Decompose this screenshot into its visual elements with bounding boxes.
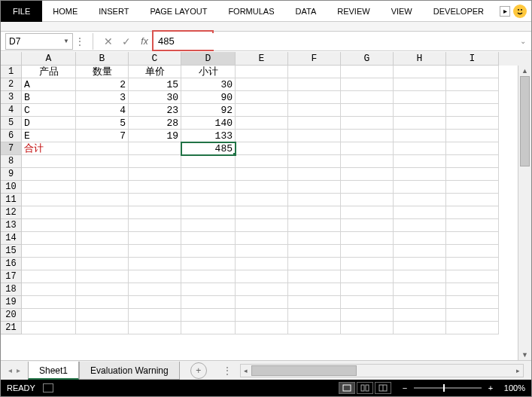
tab-split-handle[interactable]: ⋮ — [222, 365, 233, 377]
cell-I12[interactable] — [446, 206, 499, 219]
cell-H1[interactable] — [394, 66, 446, 78]
cell-G6[interactable] — [341, 130, 394, 142]
cell-I19[interactable] — [446, 296, 499, 309]
row-header[interactable]: 5 — [1, 117, 22, 130]
row-header[interactable]: 14 — [1, 232, 22, 245]
cell-E9[interactable] — [236, 168, 288, 181]
cell-D13[interactable] — [181, 219, 236, 232]
cell-B20[interactable] — [76, 309, 129, 322]
cell-E8[interactable] — [236, 155, 288, 168]
cell-F7[interactable] — [288, 142, 341, 155]
cell-G10[interactable] — [341, 181, 394, 194]
cell-D10[interactable] — [181, 181, 236, 194]
cell-H6[interactable] — [394, 130, 446, 142]
cell-G13[interactable] — [341, 219, 394, 232]
cell-A17[interactable] — [22, 270, 76, 283]
vertical-scrollbar[interactable]: ▲ ▼ — [518, 66, 531, 360]
scroll-up-arrow-icon[interactable]: ▲ — [518, 66, 531, 76]
cell-D14[interactable] — [181, 232, 236, 245]
cell-F20[interactable] — [288, 309, 341, 322]
cell-G1[interactable] — [341, 66, 394, 78]
col-header-h[interactable]: H — [394, 52, 446, 66]
scroll-right-arrow-icon[interactable]: ▸ — [512, 365, 523, 377]
cell-G4[interactable] — [341, 104, 394, 117]
cell-I4[interactable] — [446, 104, 499, 117]
sheet-tab-sheet1[interactable]: Sheet1 — [28, 362, 79, 380]
cell-D5[interactable]: 140 — [181, 117, 236, 130]
cell-D20[interactable] — [181, 309, 236, 322]
select-all-corner[interactable] — [1, 52, 22, 66]
cell-B8[interactable] — [76, 155, 129, 168]
cell-C2[interactable]: 15 — [129, 78, 181, 91]
page-layout-view-button[interactable] — [357, 382, 373, 394]
grid-body[interactable]: 1产品数量单价小计2A215303B330904C423925D5281406E… — [1, 66, 531, 360]
cell-E1[interactable] — [236, 66, 288, 78]
cell-E4[interactable] — [236, 104, 288, 117]
cell-D17[interactable] — [181, 270, 236, 283]
cell-F11[interactable] — [288, 194, 341, 206]
zoom-percent[interactable]: 100% — [504, 383, 525, 392]
cell-F2[interactable] — [288, 78, 341, 91]
cell-E18[interactable] — [236, 283, 288, 296]
cell-A21[interactable] — [22, 322, 76, 334]
col-header-f[interactable]: F — [288, 52, 341, 66]
cell-B11[interactable] — [76, 194, 129, 206]
scroll-left-arrow-icon[interactable]: ◂ — [241, 365, 251, 377]
cell-C6[interactable]: 19 — [129, 130, 181, 142]
cell-I14[interactable] — [446, 232, 499, 245]
cell-B16[interactable] — [76, 258, 129, 270]
cell-H5[interactable] — [394, 117, 446, 130]
ribbon-overflow-button[interactable]: ▸ — [500, 6, 510, 17]
cell-D11[interactable] — [181, 194, 236, 206]
zoom-out-button[interactable]: − — [400, 383, 409, 392]
tab-data[interactable]: DATA — [285, 1, 327, 22]
cell-C21[interactable] — [129, 322, 181, 334]
cell-A1[interactable]: 产品 — [22, 66, 76, 78]
cell-A2[interactable]: A — [22, 78, 76, 91]
cell-F1[interactable] — [288, 66, 341, 78]
cell-E17[interactable] — [236, 270, 288, 283]
tab-home[interactable]: HOME — [42, 1, 88, 22]
cell-C20[interactable] — [129, 309, 181, 322]
cell-H19[interactable] — [394, 296, 446, 309]
cell-B6[interactable]: 7 — [76, 130, 129, 142]
enter-button[interactable]: ✓ — [117, 35, 135, 47]
col-header-b[interactable]: B — [76, 52, 129, 66]
cell-I5[interactable] — [446, 117, 499, 130]
cell-C11[interactable] — [129, 194, 181, 206]
col-header-e[interactable]: E — [236, 52, 288, 66]
cell-C19[interactable] — [129, 296, 181, 309]
cell-A5[interactable]: D — [22, 117, 76, 130]
cell-B9[interactable] — [76, 168, 129, 181]
cell-G14[interactable] — [341, 232, 394, 245]
row-header[interactable]: 1 — [1, 66, 22, 78]
cell-F19[interactable] — [288, 296, 341, 309]
cell-A19[interactable] — [22, 296, 76, 309]
cell-A10[interactable] — [22, 181, 76, 194]
cell-I16[interactable] — [446, 258, 499, 270]
cell-H18[interactable] — [394, 283, 446, 296]
cell-H14[interactable] — [394, 232, 446, 245]
cell-A18[interactable] — [22, 283, 76, 296]
tab-page-layout[interactable]: PAGE LAYOUT — [139, 1, 217, 22]
row-header[interactable]: 18 — [1, 283, 22, 296]
scroll-down-arrow-icon[interactable]: ▼ — [518, 350, 531, 360]
col-header-c[interactable]: C — [129, 52, 181, 66]
cell-C14[interactable] — [129, 232, 181, 245]
cell-F21[interactable] — [288, 322, 341, 334]
cell-H15[interactable] — [394, 245, 446, 258]
cell-B1[interactable]: 数量 — [76, 66, 129, 78]
cell-C5[interactable]: 28 — [129, 117, 181, 130]
cell-B13[interactable] — [76, 219, 129, 232]
cell-A3[interactable]: B — [22, 91, 76, 104]
cell-C15[interactable] — [129, 245, 181, 258]
cell-E7[interactable] — [236, 142, 288, 155]
add-sheet-button[interactable]: + — [190, 362, 207, 379]
cell-C10[interactable] — [129, 181, 181, 194]
feedback-smile-icon[interactable] — [513, 5, 527, 18]
sheet-tab-evaluation-warning[interactable]: Evaluation Warning — [79, 362, 180, 380]
row-header[interactable]: 13 — [1, 219, 22, 232]
row-header[interactable]: 8 — [1, 155, 22, 168]
cell-A12[interactable] — [22, 206, 76, 219]
cell-B21[interactable] — [76, 322, 129, 334]
